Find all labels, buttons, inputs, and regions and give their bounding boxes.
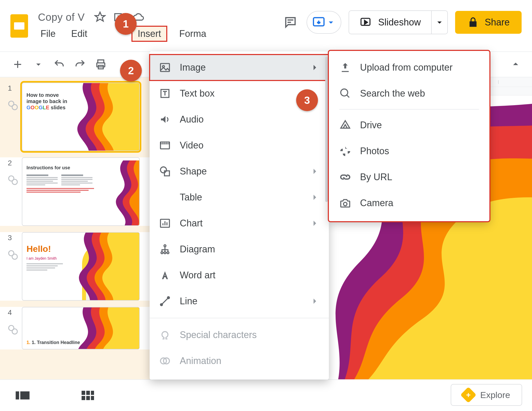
svg-rect-36 xyxy=(82,396,85,400)
svg-rect-38 xyxy=(91,396,94,400)
slideshow-button[interactable]: Slideshow xyxy=(349,11,431,34)
insert-animation[interactable]: Animation xyxy=(150,348,329,374)
svg-rect-13 xyxy=(161,64,170,72)
menu-insert[interactable]: Insert xyxy=(132,27,166,41)
grid-view-icon[interactable] xyxy=(82,390,94,401)
submenu-arrow-icon xyxy=(310,296,320,306)
svg-point-29 xyxy=(341,89,348,96)
share-button[interactable]: Share xyxy=(455,11,522,34)
slide-thumbnail-3[interactable]: Hello! I am Jayden Smith xyxy=(22,232,140,301)
insert-chart[interactable]: Chart xyxy=(150,210,329,236)
slide-thumbnail-2[interactable]: Instructions for use xyxy=(22,157,140,226)
document-title[interactable]: Copy of V xyxy=(38,11,85,23)
menu-scrollbar[interactable] xyxy=(325,57,328,316)
slideshow-dropdown[interactable] xyxy=(431,11,447,34)
speaker-notes-icon xyxy=(8,175,22,185)
svg-rect-34 xyxy=(86,391,90,395)
svg-point-11 xyxy=(12,329,17,334)
svg-point-18 xyxy=(161,167,167,173)
image-upload-from-computer[interactable]: Upload from computer xyxy=(329,55,489,80)
thumb3-sub: I am Jayden Smith xyxy=(26,256,63,261)
svg-point-21 xyxy=(164,245,166,247)
callout-badge-2: 2 xyxy=(120,60,142,82)
thumb-number: 2 xyxy=(8,157,22,167)
submenu-arrow-icon xyxy=(310,192,320,203)
present-button[interactable] xyxy=(307,11,341,34)
top-right-actions: Slideshow Share xyxy=(282,10,522,34)
insert-wordart[interactable]: Word art xyxy=(150,262,329,288)
svg-point-26 xyxy=(168,297,170,299)
svg-point-25 xyxy=(161,304,163,306)
svg-rect-19 xyxy=(164,171,169,176)
speaker-notes-icon xyxy=(8,100,22,111)
svg-rect-31 xyxy=(16,391,19,399)
svg-point-22 xyxy=(161,252,163,254)
thumb-number: 1 xyxy=(8,83,22,92)
explore-button[interactable]: Explore xyxy=(451,384,522,406)
submenu-arrow-icon xyxy=(310,62,320,73)
insert-diagram[interactable]: Diagram xyxy=(150,236,329,262)
insert-line[interactable]: Line xyxy=(150,288,329,314)
speaker-notes-icon xyxy=(8,250,22,260)
svg-point-7 xyxy=(12,179,17,185)
svg-point-23 xyxy=(164,252,166,254)
svg-point-30 xyxy=(343,202,347,206)
image-drive[interactable]: Drive xyxy=(329,112,489,138)
insert-audio[interactable]: Audio xyxy=(150,106,329,132)
filmstrip-view-icon[interactable] xyxy=(16,390,30,401)
slide-thumbnail-4[interactable]: 1. 1. Transition Headline xyxy=(22,307,140,349)
new-slide-button[interactable] xyxy=(10,57,25,72)
insert-special-characters[interactable]: Special characters xyxy=(150,322,329,348)
thumb2-heading: Instructions for use xyxy=(26,165,94,171)
star-icon[interactable] xyxy=(94,11,106,23)
comments-icon[interactable] xyxy=(282,14,299,31)
thumb-number: 3 xyxy=(8,232,22,242)
image-camera[interactable]: Camera xyxy=(329,190,489,216)
wave-art xyxy=(64,232,140,301)
svg-rect-37 xyxy=(86,396,90,400)
menu-file[interactable]: File xyxy=(38,27,58,41)
svg-point-9 xyxy=(12,254,17,259)
image-photos[interactable]: Photos xyxy=(329,138,489,164)
submenu-arrow-icon xyxy=(310,218,320,228)
thumb3-hello: Hello! xyxy=(26,244,63,254)
thumb-number: 4 xyxy=(8,307,22,317)
menu-format[interactable]: Forma xyxy=(177,27,209,41)
svg-point-5 xyxy=(12,105,17,110)
callout-badge-1: 1 xyxy=(115,13,137,35)
svg-rect-32 xyxy=(20,391,30,399)
slide-thumbnail-1[interactable]: How to move image to back in GOOGLE slid… xyxy=(22,83,140,151)
image-search-the-web[interactable]: Search the web xyxy=(329,80,489,106)
new-slide-dropdown[interactable] xyxy=(31,57,46,72)
svg-rect-35 xyxy=(91,391,94,395)
svg-point-24 xyxy=(167,252,169,254)
menu-edit[interactable]: Edit xyxy=(69,27,90,41)
image-submenu: Upload from computer Search the web Driv… xyxy=(329,51,489,221)
undo-button[interactable] xyxy=(52,57,66,72)
insert-shape[interactable]: Shape xyxy=(150,158,329,184)
insert-video[interactable]: Video xyxy=(150,132,329,158)
wave-art xyxy=(103,157,140,226)
slide-filmstrip[interactable]: 1 How to move image to back in GOOGLE sl… xyxy=(0,77,157,410)
slideshow-split-button: Slideshow xyxy=(349,10,448,34)
explore-icon xyxy=(460,387,476,403)
print-button[interactable] xyxy=(94,57,108,72)
callout-badge-3: 3 xyxy=(296,89,318,111)
thumb1-google: GOOGLE xyxy=(26,105,49,110)
svg-rect-33 xyxy=(82,391,85,395)
wave-art xyxy=(61,83,140,151)
wave-art xyxy=(61,307,140,349)
slides-logo[interactable] xyxy=(10,14,28,38)
submenu-arrow-icon xyxy=(310,166,320,177)
speaker-notes-icon xyxy=(8,325,22,335)
redo-button[interactable] xyxy=(73,57,87,72)
image-by-url[interactable]: By URL xyxy=(329,164,489,190)
insert-table[interactable]: Table xyxy=(150,184,329,210)
insert-image[interactable]: Image xyxy=(150,55,329,80)
toolbar-scroll-up[interactable] xyxy=(510,58,522,70)
